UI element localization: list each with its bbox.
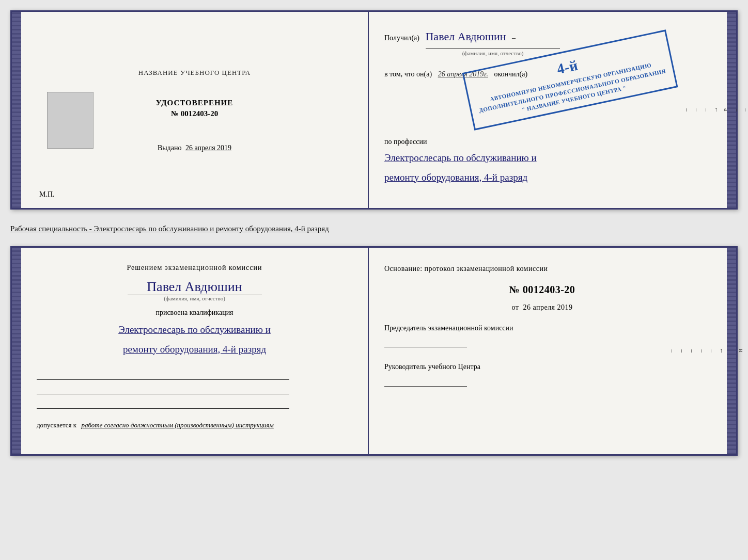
predsedatel-block: Председатель экзаменационной комиссии	[384, 323, 700, 348]
bottom-ot-date: от 26 апреля 2019	[384, 301, 700, 314]
bottom-spine-left	[12, 248, 21, 454]
dash: –	[512, 34, 516, 42]
spine-right	[727, 12, 736, 208]
vydano-label: Выдано	[158, 144, 182, 152]
rukovoditel-label: Руководитель учебного Центра	[384, 362, 700, 372]
vydano-line: Выдано 26 апреля 2019	[158, 144, 231, 152]
predsedatel-label: Председатель экзаменационной комиссии	[384, 323, 700, 333]
top-right-page: Получил(а) Павел Авдюшин – (фамилия, имя…	[369, 12, 715, 208]
recipient-name: Павел Авдюшин	[425, 30, 506, 43]
bottom-number: № 0012403-20	[384, 280, 700, 299]
photo-placeholder	[47, 92, 93, 149]
profession-line1: Электрослесарь по обслуживанию и	[384, 148, 700, 168]
spine-left	[12, 12, 21, 208]
top-document-spread: НАЗВАНИЕ УЧЕБНОГО ЦЕНТРА УДОСТОВЕРЕНИЕ №…	[10, 10, 738, 210]
rukovoditel-block: Руководитель учебного Центра	[384, 362, 700, 387]
bottom-right-spine-chars: –––иа←–––––	[715, 248, 727, 454]
poluchil-label: Получил(а)	[384, 34, 419, 42]
dopuskaetsya-text: работе согласно должностным (производств…	[81, 421, 273, 429]
bottom-spine-right	[727, 248, 736, 454]
osnovanie-block: Основание: протокол экзаменационной коми…	[384, 262, 700, 314]
udostoverenie-block: УДОСТОВЕРЕНИЕ № 0012403-20	[156, 99, 233, 118]
osnovanie-label: Основание: протокол экзаменационной коми…	[384, 265, 548, 273]
bottom-document-spread: Решением экзаменационной комиссии Павел …	[10, 246, 738, 456]
dopuskaetsya-block: допускается к работе согласно должностны…	[37, 421, 352, 429]
sig-line-3	[37, 398, 289, 409]
kvali-block: присвоена квалификация Электрослесарь по…	[37, 309, 352, 359]
po-professii: по профессии	[384, 138, 700, 146]
rukovoditel-sig-line	[384, 376, 467, 387]
profession-line2: ремонту оборудования, 4-й разряд	[384, 168, 700, 187]
signature-lines	[37, 370, 352, 409]
predsedatel-sig-line	[384, 337, 467, 347]
top-left-page: НАЗВАНИЕ УЧЕБНОГО ЦЕНТРА УДОСТОВЕРЕНИЕ №…	[21, 12, 369, 208]
udostoverenie-number: № 0012403-20	[156, 109, 233, 118]
vydano-date: 26 апреля 2019	[185, 144, 231, 152]
vtom-label: в том, что он(а)	[384, 70, 432, 78]
profession-block: по профессии Электрослесарь по обслужива…	[384, 138, 700, 187]
bottom-name-block: Павел Авдюшин (фамилия, имя, отчество)	[37, 279, 352, 301]
sig-line-2	[37, 384, 289, 394]
mp-label: М.П.	[39, 190, 55, 199]
ot-date: 26 апреля 2019	[523, 303, 572, 311]
ot-label: от	[511, 303, 519, 311]
bottom-right-page: Основание: протокол экзаменационной коми…	[369, 248, 715, 454]
udostoverenie-title: УДОСТОВЕРЕНИЕ	[156, 99, 233, 107]
sig-line-1	[37, 370, 289, 380]
prisvoena-label: присвоена квалификация	[37, 309, 352, 317]
bottom-left-page: Решением экзаменационной комиссии Павел …	[21, 248, 369, 454]
center-title: НАЗВАНИЕ УЧЕБНОГО ЦЕНТРА	[138, 68, 251, 78]
page-wrapper: НАЗВАНИЕ УЧЕБНОГО ЦЕНТРА УДОСТОВЕРЕНИЕ №…	[10, 10, 738, 456]
right-spine-chars: ––иа←–––	[715, 12, 727, 208]
bottom-profession-line1: Электрослесарь по обслуживанию и	[37, 320, 352, 340]
dopuskaetsya-label: допускается к	[37, 421, 76, 429]
separator-text: Рабочая специальность - Электрослесарь п…	[10, 219, 738, 237]
bottom-fio-label: (фамилия, имя, отчество)	[128, 295, 262, 301]
komissia-title: Решением экзаменационной комиссии	[37, 262, 352, 273]
bottom-recipient-name: Павел Авдюшин	[147, 279, 242, 294]
bottom-profession-line2: ремонту оборудования, 4-й разряд	[37, 340, 352, 359]
